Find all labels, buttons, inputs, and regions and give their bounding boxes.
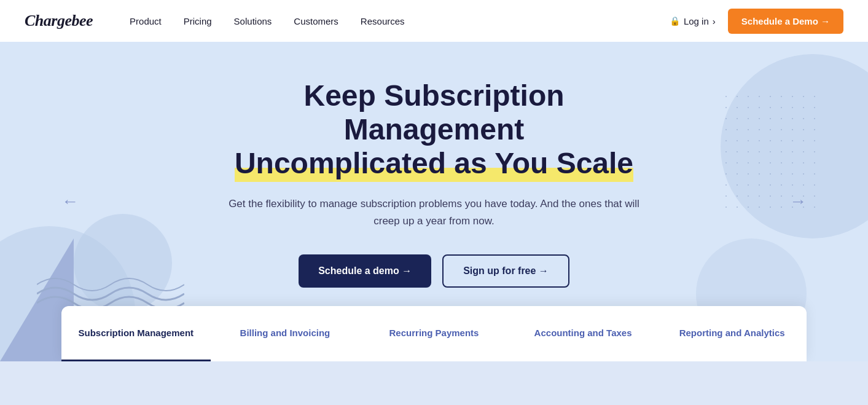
tab-reporting-analytics[interactable]: Reporting and Analytics	[657, 306, 807, 361]
hero-title-line1: Keep Subscription Management	[303, 79, 564, 146]
nav-resources[interactable]: Resources	[361, 16, 405, 26]
tabs-bar: Subscription Management Billing and Invo…	[61, 306, 807, 361]
hero-title: Keep Subscription Management Uncomplicat…	[225, 79, 643, 181]
nav-pricing[interactable]: Pricing	[184, 16, 212, 26]
nav-center: Chargebee Product Pricing Solutions Cust…	[25, 12, 670, 30]
nav-schedule-demo-button[interactable]: Schedule a Demo →	[728, 9, 843, 34]
tab-recurring-payments[interactable]: Recurring Payments	[359, 306, 509, 361]
hero-section: ← Keep Subscription Management Uncomplic…	[0, 42, 868, 361]
nav-right: 🔒 Log in › Schedule a Demo →	[670, 9, 843, 34]
tab-billing-invoicing[interactable]: Billing and Invoicing	[211, 306, 360, 361]
sign-up-button[interactable]: Sign up for free →	[442, 254, 569, 288]
nav-customers[interactable]: Customers	[294, 16, 338, 26]
logo[interactable]: Chargebee	[25, 12, 93, 30]
hero-title-line2: Uncomplicated as You Scale	[235, 147, 633, 182]
login-arrow: ›	[713, 16, 716, 26]
tab-accounting-taxes[interactable]: Accounting and Taxes	[509, 306, 658, 361]
lock-icon: 🔒	[670, 16, 680, 26]
hero-content: Keep Subscription Management Uncomplicat…	[225, 79, 643, 288]
nav-solutions[interactable]: Solutions	[234, 16, 272, 26]
login-link[interactable]: 🔒 Log in ›	[670, 16, 716, 26]
login-label: Log in	[684, 16, 709, 26]
nav-links: Product Pricing Solutions Customers Reso…	[130, 16, 405, 26]
schedule-demo-button[interactable]: Schedule a demo →	[299, 254, 431, 288]
navbar: Chargebee Product Pricing Solutions Cust…	[0, 0, 868, 42]
hero-subtitle: Get the flexibility to manage subscripti…	[225, 195, 643, 230]
hero-buttons: Schedule a demo → Sign up for free →	[225, 254, 643, 288]
hero-next-button[interactable]: →	[789, 192, 807, 211]
nav-product[interactable]: Product	[130, 16, 162, 26]
hero-prev-button[interactable]: ←	[61, 192, 79, 211]
tab-subscription-management[interactable]: Subscription Management	[61, 306, 211, 361]
